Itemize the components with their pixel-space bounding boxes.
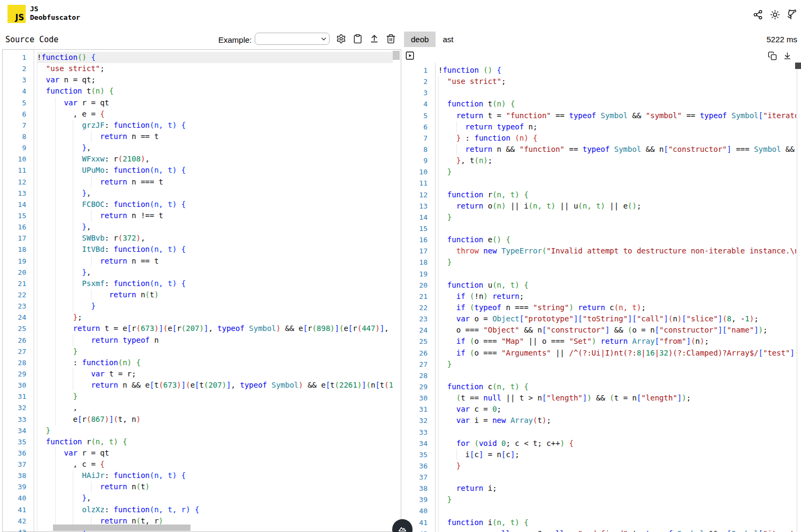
code-line[interactable]: SWBvb: r(372), xyxy=(37,233,393,244)
paste-icon[interactable] xyxy=(353,34,363,44)
code-line[interactable]: var n = qt; xyxy=(37,74,393,86)
code-line[interactable]: }, xyxy=(37,188,393,199)
code-line[interactable]: } xyxy=(438,257,796,268)
code-line[interactable]: } xyxy=(438,460,796,472)
code-line[interactable]: return n(t) xyxy=(37,289,393,300)
code-line[interactable]: } xyxy=(438,166,796,178)
output-editor-panel[interactable]: 1234567891011121314151617181920212223242… xyxy=(404,49,801,532)
code-line[interactable]: return typeof n xyxy=(37,335,393,346)
share-icon[interactable] xyxy=(753,10,763,20)
example-select[interactable] xyxy=(255,33,330,45)
code-line[interactable]: if (typeof n === "string") return c(n, t… xyxy=(438,302,796,313)
trash-icon[interactable] xyxy=(386,34,396,44)
code-line[interactable]: }, xyxy=(37,492,393,504)
copy-icon[interactable] xyxy=(768,51,777,60)
code-line[interactable]: return typeof n; xyxy=(438,121,796,133)
code-line[interactable]: i[c] = n[c]; xyxy=(438,449,796,460)
code-line[interactable]: if (o === "Arguments" || /^(?:Ui|I)nt(?:… xyxy=(438,348,796,359)
code-line[interactable]: "use strict"; xyxy=(438,76,796,87)
tab-ast[interactable]: ast xyxy=(436,32,460,47)
code-line[interactable]: var r = qt xyxy=(37,448,393,459)
code-line[interactable]: if (o === "Map" || o === "Set") return A… xyxy=(438,336,796,347)
code-line[interactable]: throw new TypeError("Invalid attempt to … xyxy=(438,245,796,257)
code-line[interactable]: grzJF: function(n, t) { xyxy=(37,120,393,131)
code-line[interactable] xyxy=(438,87,796,98)
source-editor-panel[interactable]: 1234567891011121314151617181920212223242… xyxy=(2,49,401,532)
code-line[interactable] xyxy=(438,370,796,381)
code-line[interactable]: return t = e[r(673)](e[r(207)], typeof S… xyxy=(37,323,393,334)
code-line[interactable]: , e = { xyxy=(37,109,393,120)
code-line[interactable]: return n !== t xyxy=(37,210,393,221)
code-line[interactable]: : function(n) { xyxy=(37,357,393,368)
code-line[interactable]: var c = 0; xyxy=(438,404,796,415)
code-line[interactable]: var t = r; xyxy=(37,368,393,380)
code-line[interactable]: o === "Object" && n["constructor"] && (o… xyxy=(438,325,796,336)
code-line[interactable]: function e() { xyxy=(438,234,796,245)
code-line[interactable] xyxy=(438,472,796,483)
theme-toggle-icon[interactable] xyxy=(770,10,780,20)
code-line[interactable]: }, xyxy=(37,221,393,233)
code-line[interactable]: Psxmf: function(n, t) { xyxy=(37,278,393,289)
code-line[interactable] xyxy=(438,268,796,280)
code-line[interactable]: HAiJr: function(n, t) { xyxy=(37,470,393,481)
code-line[interactable]: FCBOC: function(n, t) { xyxy=(37,199,393,210)
code-line[interactable]: return i; xyxy=(438,483,796,494)
code-line[interactable]: var r = qt xyxy=(37,97,393,109)
settings-icon[interactable] xyxy=(336,34,346,44)
code-line[interactable]: function t(n) { xyxy=(438,98,796,110)
code-line[interactable]: return n(t) xyxy=(37,481,393,492)
code-line[interactable]: function r(n, t) { xyxy=(37,436,393,448)
code-line[interactable]: var o = Object["prototype"]["toString"][… xyxy=(438,313,796,325)
play-icon[interactable] xyxy=(405,51,415,60)
code-line[interactable] xyxy=(438,223,796,234)
code-line[interactable]: function c(n, t) { xyxy=(438,381,796,392)
source-horizontal-scrollbar[interactable] xyxy=(53,525,190,531)
code-line[interactable]: !function() { xyxy=(37,52,393,63)
code-line[interactable]: (t == null || t > n["length"]) && (t = n… xyxy=(438,392,796,404)
output-code-content[interactable]: !function () {"use strict";function t(n)… xyxy=(438,65,796,532)
code-line[interactable]: } xyxy=(37,300,393,312)
code-line[interactable]: return o(n) || i(n, t) || u(n, t) || e()… xyxy=(438,201,796,212)
code-line[interactable]: }; xyxy=(37,312,393,323)
download-icon[interactable] xyxy=(783,51,792,60)
code-line[interactable]: return n && e[t(673)](e[t(207)], typeof … xyxy=(37,380,393,391)
code-line[interactable]: olzXz: function(n, t, r) { xyxy=(37,504,393,515)
code-line[interactable]: var u = null == n ? null : "undefined" !… xyxy=(438,528,796,532)
code-line[interactable]: !function () { xyxy=(438,65,796,76)
code-line[interactable]: if (!n) return; xyxy=(438,291,796,302)
code-line[interactable]: , c = { xyxy=(37,459,393,470)
code-line[interactable] xyxy=(438,505,796,516)
source-code-content[interactable]: !function() {"use strict";var n = qt;fun… xyxy=(37,52,393,532)
code-line[interactable]: }, xyxy=(37,267,393,278)
code-line[interactable]: return n == t xyxy=(37,256,393,267)
code-line[interactable]: } : function (n) { xyxy=(438,133,796,144)
code-line[interactable]: "use strict"; xyxy=(37,63,393,74)
upload-icon[interactable] xyxy=(369,34,379,44)
github-icon[interactable] xyxy=(787,10,797,20)
tab-deob[interactable]: deob xyxy=(404,32,436,47)
code-line[interactable]: e[r(867)](t, n) xyxy=(37,414,393,425)
code-line[interactable]: function r(n, t) { xyxy=(438,189,796,201)
code-line[interactable]: } xyxy=(438,494,796,505)
source-vertical-scrollbar[interactable] xyxy=(393,51,400,60)
code-line[interactable]: } xyxy=(37,425,393,436)
code-line[interactable]: for (void 0; c < t; c++) { xyxy=(438,438,796,449)
code-line[interactable]: } xyxy=(37,346,393,357)
code-line[interactable]: ItVBd: function(n, t) { xyxy=(37,244,393,255)
code-line[interactable]: var i = new Array(t); xyxy=(438,415,796,426)
code-line[interactable]: } xyxy=(438,359,796,370)
code-line[interactable]: return t = "function" == typeof Symbol &… xyxy=(438,110,796,121)
code-line[interactable]: WFxxw: r(2108), xyxy=(37,153,393,165)
code-line[interactable]: } xyxy=(438,212,796,223)
code-line[interactable]: return n && "function" == typeof Symbol … xyxy=(438,144,796,155)
js-logo[interactable]: JS xyxy=(7,5,26,23)
code-line[interactable]: function t(n) { xyxy=(37,86,393,97)
code-line[interactable]: return n == t xyxy=(37,131,393,142)
output-vertical-scrollbar[interactable] xyxy=(795,63,801,69)
code-line[interactable]: UPuMo: function(n, t) { xyxy=(37,165,393,176)
code-line[interactable]: , xyxy=(37,402,393,413)
code-line[interactable]: }, t(n); xyxy=(438,155,796,166)
code-line[interactable]: function i(n, t) { xyxy=(438,517,796,528)
code-line[interactable]: }, xyxy=(37,142,393,153)
code-line[interactable] xyxy=(438,427,796,438)
